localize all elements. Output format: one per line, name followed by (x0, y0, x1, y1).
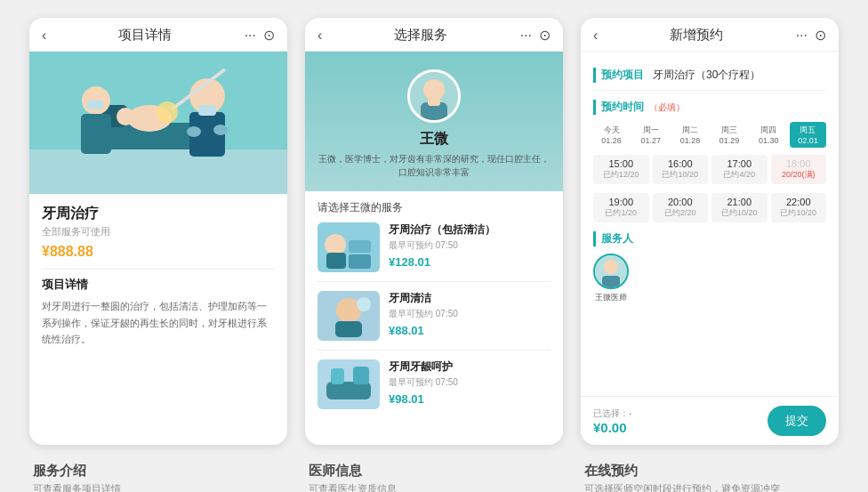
phone2-circle-icon[interactable]: ⊙ (539, 28, 551, 43)
phone3-footer: 已选择：- ¥0.00 提交 (581, 396, 839, 445)
service-item-info-2: 牙周牙龈呵护 最早可预约 07:50 ¥98.01 (389, 359, 551, 409)
phone2-back-icon[interactable]: ‹ (317, 28, 322, 43)
phone1-header: ‹ 项目详情 ··· ⊙ (29, 18, 287, 52)
time-required-label: （必填） (649, 101, 685, 114)
services-section: 请选择王微的服务 牙周治疗（包括清洁） 最早可预约 07:50 ¥128.01 … (305, 191, 563, 436)
doctor-chip-avatar (593, 254, 629, 289)
service-items-list: 牙周治疗（包括清洁） 最早可预约 07:50 ¥128.01 牙周清洁 最早可预… (317, 222, 551, 418)
slot-slots-row1-container-0[interactable]: 15:00已约12/20 (593, 155, 649, 184)
doctor-avatar (407, 69, 461, 123)
days-row: 今天01.26周一01.27周二01.28周三01.29周四01.30周五02.… (593, 122, 826, 148)
day-cell-2[interactable]: 周二01.28 (671, 122, 708, 148)
svg-point-12 (187, 126, 201, 137)
label-main-2: 在线预约 (584, 463, 835, 480)
service-item-img-0 (317, 222, 380, 272)
phone-2: ‹ 选择服务 ··· ⊙ 王微 王微，医学博士，对牙齿有非常深的研究，现任口腔主… (305, 18, 563, 445)
booking-time-label: 预约时间 (593, 100, 644, 115)
slot-slots-row1-container-1[interactable]: 16:00已约10/20 (653, 155, 709, 184)
doctor-banner: 王微 王微，医学博士，对牙齿有非常深的研究，现任口腔主任，口腔知识非常丰富 (305, 52, 563, 191)
detail-text: 对牙周进行一整圆的治疗，包括清洁、护理加药等一系列操作，保证牙龈的再生长的同时，… (42, 298, 275, 348)
service-item-name-2: 牙周牙龈呵护 (389, 359, 551, 375)
label-sub-2: 可选择医师空闲时段进行预约，避免资源冲突 (584, 482, 835, 492)
label-block-1: 医师信息 可查看医生资质信息 (305, 463, 563, 492)
svg-rect-27 (335, 321, 362, 337)
service-price: ¥888.88 (42, 244, 275, 260)
day-cell-4[interactable]: 周四01.30 (751, 122, 787, 148)
services-header: 请选择王微的服务 (317, 200, 551, 215)
svg-rect-9 (81, 114, 111, 154)
svg-point-34 (604, 260, 618, 274)
phone1-title: 项目详情 (118, 27, 172, 44)
service-item-price-1: ¥88.01 (389, 324, 551, 337)
booking-item-label: 预约项目 (593, 68, 644, 83)
doctor-chip-name-label: 王微医师 (595, 292, 627, 303)
booking-item-row: 预约项目 牙周治疗（30个疗程） (593, 60, 826, 91)
phone1-back-icon[interactable]: ‹ (42, 28, 46, 43)
slot-slots-row2-container-2[interactable]: 21:00已约10/20 (711, 193, 768, 222)
slots-grid-row2: 19:00已约1/2020:00已约2/2021:00已约10/2022:00已… (593, 193, 826, 222)
doctor-chip[interactable]: 王微医师 (593, 254, 629, 303)
slot-slots-row2-container-0[interactable]: 19:00已约1/20 (593, 193, 649, 222)
doctor-section: 服务人 王微医师 (593, 231, 826, 303)
label-sub-1: 可查看医生资质信息 (309, 482, 559, 492)
divider-1 (42, 269, 275, 270)
booking-item-value: 牙周治疗（30个疗程） (653, 68, 760, 83)
svg-point-13 (213, 125, 228, 135)
phone-3: ‹ 新增预约 ··· ⊙ 预约项目 牙周治疗（30个疗程） 预约时间 （必填） (581, 18, 839, 445)
service-item-earliest-1: 最早可预约 07:50 (389, 308, 551, 320)
phone2-header: ‹ 选择服务 ··· ⊙ (305, 18, 563, 52)
phone-1: ‹ 项目详情 ··· ⊙ (29, 18, 287, 445)
service-item-2[interactable]: 牙周牙龈呵护 最早可预约 07:50 ¥98.01 (317, 359, 551, 418)
footer-price-area: 已选择：- ¥0.00 (593, 407, 631, 435)
label-main-1: 医师信息 (309, 463, 559, 480)
bottom-labels-row: 服务介绍 可查看服务项目详情 医师信息 可查看医生资质信息 在线预约 可选择医师… (18, 463, 850, 492)
footer-price: ¥0.00 (593, 420, 631, 435)
service-item-img-1 (317, 291, 380, 341)
svg-rect-31 (331, 368, 344, 384)
slot-slots-row2-container-1[interactable]: 20:00已约2/20 (653, 193, 709, 222)
label-main-0: 服务介绍 (33, 463, 284, 480)
service-item-earliest-2: 最早可预约 07:50 (389, 376, 551, 389)
service-item-1[interactable]: 牙周清洁 最早可预约 07:50 ¥88.01 (317, 291, 551, 351)
phone1-screen-content: 牙周治疗 全部服务可使用 ¥888.88 项目详情 对牙周进行一整圆的治疗，包括… (29, 194, 287, 445)
service-item-price-0: ¥128.01 (389, 255, 551, 269)
label-sub-0: 可查看服务项目详情 (33, 482, 284, 492)
submit-button[interactable]: 提交 (768, 406, 826, 436)
svg-rect-14 (198, 105, 216, 116)
service-item-name-1: 牙周清洁 (389, 291, 551, 306)
label-block-2: 在线预约 可选择医师空闲时段进行预约，避免资源冲突 (581, 463, 839, 492)
phone3-circle-icon[interactable]: ⊙ (815, 28, 826, 43)
slot-slots-row1-container-2[interactable]: 17:00已约4/20 (711, 155, 768, 184)
day-cell-3[interactable]: 周三01.29 (711, 122, 748, 148)
phone3-title: 新增预约 (670, 27, 723, 44)
svg-point-5 (117, 108, 134, 125)
service-item-0[interactable]: 牙周治疗（包括清洁） 最早可预约 07:50 ¥128.01 (317, 222, 551, 282)
doctor-desc: 王微，医学博士，对牙齿有非常深的研究，现任口腔主任，口腔知识非常丰富 (317, 152, 551, 179)
day-cell-5[interactable]: 周五02.01 (790, 122, 826, 148)
phone3-back-icon[interactable]: ‹ (593, 28, 598, 43)
phone1-dots-icon[interactable]: ··· (245, 28, 256, 43)
day-cell-0[interactable]: 今天01.26 (593, 122, 630, 148)
label-block-0: 服务介绍 可查看服务项目详情 (29, 463, 287, 492)
service-item-earliest-0: 最早可预约 07:50 (389, 239, 551, 252)
service-name: 牙周治疗 (42, 205, 275, 223)
doctor-section-label: 服务人 (593, 231, 826, 246)
slots-grid-row1: 15:00已约12/2016:00已约10/2017:00已约4/2018:00… (593, 155, 826, 184)
phone1-hero-image (29, 52, 287, 194)
phone3-header: ‹ 新增预约 ··· ⊙ (581, 18, 839, 52)
phone2-dots-icon[interactable]: ··· (520, 28, 532, 43)
svg-point-28 (357, 297, 371, 311)
service-subtitle: 全部服务可使用 (42, 225, 275, 238)
day-cell-1[interactable]: 周一01.27 (632, 122, 669, 148)
phone3-dots-icon[interactable]: ··· (796, 28, 808, 43)
svg-rect-32 (353, 367, 369, 384)
phone2-title: 选择服务 (394, 27, 447, 44)
service-item-price-2: ¥98.01 (389, 392, 551, 406)
service-item-info-0: 牙周治疗（包括清洁） 最早可预约 07:50 ¥128.01 (389, 222, 551, 272)
service-item-name-0: 牙周治疗（包括清洁） (389, 222, 551, 238)
phone3-content: 预约项目 牙周治疗（30个疗程） 预约时间 （必填） 今天01.26周一01.2… (581, 52, 839, 396)
svg-rect-19 (428, 97, 440, 106)
slot-slots-row2-container-3[interactable]: 22:00已约10/20 (771, 193, 827, 222)
phone1-circle-icon[interactable]: ⊙ (263, 28, 275, 43)
service-item-img-2 (317, 359, 380, 409)
